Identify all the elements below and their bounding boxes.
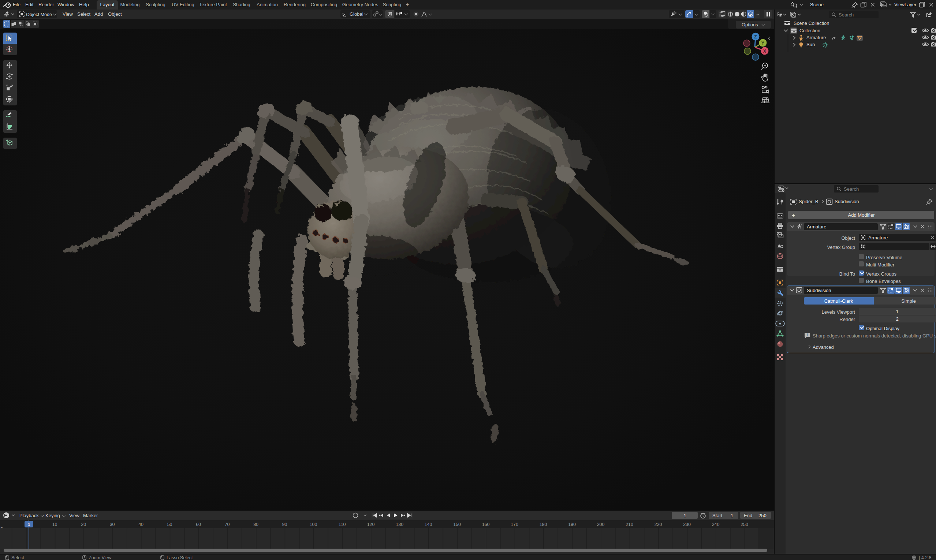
svg-text:X: X bbox=[763, 49, 766, 54]
svg-text:Z: Z bbox=[754, 34, 757, 40]
svg-text:i: i bbox=[807, 333, 808, 337]
svg-text:Y: Y bbox=[761, 41, 764, 46]
